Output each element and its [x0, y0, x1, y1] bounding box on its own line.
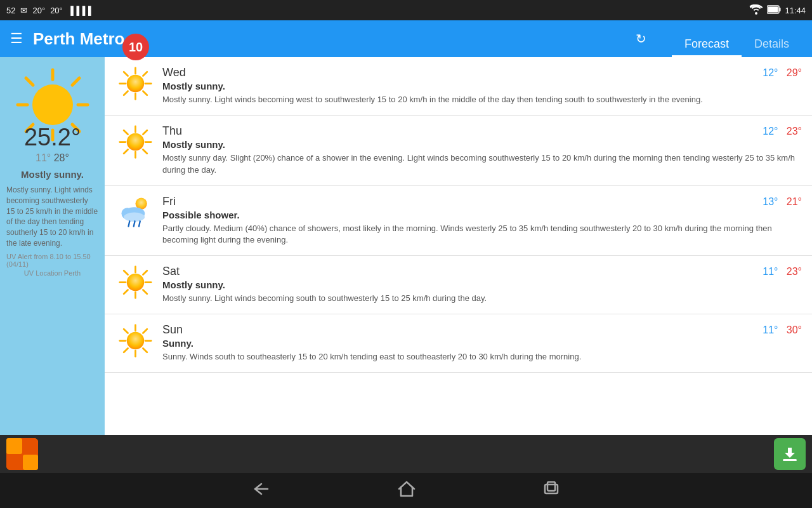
uv-badge: 10	[122, 34, 149, 60]
main-content: 10 25.2° 11° 28° Mostly sunny. Mostly su…	[0, 57, 812, 435]
forecast-list: Wed 12° 29° Mostly sunny. Mostly sunny. …	[105, 57, 812, 435]
svg-line-26	[143, 149, 147, 153]
wifi-icon	[749, 4, 763, 17]
forecast-day-label: Sun	[162, 323, 183, 337]
tab-details[interactable]: Details	[742, 37, 802, 57]
forecast-weather-icon	[118, 124, 153, 162]
forecast-title: Sunny.	[162, 338, 802, 349]
current-high-temp: 28°	[54, 152, 69, 163]
forecast-weather-icon	[118, 323, 153, 361]
forecast-temps: 12° 23°	[763, 126, 802, 137]
svg-line-44	[143, 271, 147, 274]
forecast-day-label: Wed	[162, 66, 186, 79]
svg-rect-2	[768, 6, 778, 12]
forecast-temps: 11° 23°	[763, 266, 802, 277]
forecast-icon-wrap	[115, 265, 156, 302]
forecast-icon-wrap	[115, 66, 156, 104]
recents-button[interactable]	[542, 481, 560, 500]
forecast-item[interactable]: Wed 12° 29° Mostly sunny. Mostly sunny. …	[105, 57, 812, 116]
forecast-title: Mostly sunny.	[162, 279, 802, 290]
svg-line-52	[143, 348, 147, 352]
svg-point-55	[127, 332, 145, 350]
svg-line-27	[143, 130, 147, 134]
svg-line-42	[124, 271, 128, 274]
refresh-icon[interactable]: ↻	[636, 31, 646, 46]
menu-icon[interactable]: ☰	[10, 30, 23, 47]
forecast-description: Mostly sunny day. Slight (20%) chance of…	[162, 152, 802, 177]
status-bars-icon: ▐▐▐▐	[68, 6, 91, 15]
forecast-body: Wed 12° 29° Mostly sunny. Mostly sunny. …	[156, 66, 802, 106]
forecast-item[interactable]: Sat 11° 23° Mostly sunny. Mostly sunny. …	[105, 256, 812, 314]
battery-icon	[767, 5, 781, 16]
forecast-day-row: Wed 12° 29°	[162, 66, 802, 79]
svg-line-37	[139, 221, 140, 226]
forecast-temps: 11° 30°	[763, 324, 802, 336]
status-notifications: 52	[6, 6, 15, 15]
forecast-high: 21°	[787, 196, 802, 207]
forecast-body: Fri 13° 21° Possible shower. Partly clou…	[156, 195, 802, 247]
forecast-low: 11°	[763, 324, 778, 335]
forecast-low: 12°	[763, 67, 778, 78]
forecast-weather-icon	[118, 66, 153, 104]
header-tabs: Forecast Details	[672, 20, 802, 57]
forecast-day-row: Thu 12° 23°	[162, 124, 802, 138]
tab-forecast[interactable]: Forecast	[672, 37, 742, 57]
svg-rect-58	[23, 455, 38, 470]
forecast-temps: 13° 21°	[763, 196, 802, 208]
android-nav-bar	[0, 473, 812, 508]
svg-line-9	[72, 78, 79, 85]
svg-line-16	[124, 72, 128, 76]
svg-line-53	[143, 329, 147, 333]
status-temp2: 20°	[50, 6, 63, 15]
forecast-title: Possible shower.	[162, 210, 802, 220]
taskbar	[0, 435, 812, 473]
svg-line-45	[124, 290, 128, 294]
svg-line-25	[124, 130, 128, 134]
forecast-day-row: Sat 11° 23°	[162, 265, 802, 278]
forecast-low: 11°	[763, 266, 778, 277]
svg-line-51	[124, 329, 128, 333]
current-low-temp: 11°	[36, 152, 51, 163]
svg-line-28	[124, 149, 128, 153]
download-button[interactable]	[774, 438, 806, 470]
forecast-body: Sun 11° 30° Sunny. Sunny. Winds south to…	[156, 323, 802, 363]
forecast-high: 23°	[787, 126, 802, 137]
status-left: 52 ✉ 20° 20° ▐▐▐▐	[6, 6, 91, 15]
forecast-icon-wrap	[115, 124, 156, 162]
forecast-body: Thu 12° 23° Mostly sunny. Mostly sunny d…	[156, 124, 802, 177]
forecast-title: Mostly sunny.	[162, 139, 802, 150]
status-temp1: 20°	[32, 6, 45, 15]
svg-point-46	[127, 274, 145, 291]
forecast-weather-icon	[118, 195, 153, 232]
forecast-body: Sat 11° 23° Mostly sunny. Mostly sunny. …	[156, 265, 802, 305]
svg-line-18	[143, 72, 147, 76]
svg-rect-1	[780, 8, 781, 11]
current-temperature: 25.2°	[24, 124, 81, 151]
svg-rect-57	[6, 438, 22, 454]
svg-line-35	[129, 221, 130, 226]
status-time: 11:44	[785, 6, 806, 15]
svg-line-43	[143, 290, 147, 294]
uv-alert-text: UV Alert from 8.10 to 15.50 (04/11)	[6, 253, 98, 268]
taskbar-app-icon[interactable]	[6, 438, 38, 470]
svg-point-11	[32, 84, 73, 125]
forecast-low: 12°	[763, 126, 778, 137]
forecast-day-label: Sat	[162, 265, 180, 278]
svg-point-29	[127, 133, 145, 151]
forecast-day-label: Fri	[162, 195, 176, 208]
forecast-item[interactable]: Thu 12° 23° Mostly sunny. Mostly sunny d…	[105, 116, 812, 186]
back-button[interactable]	[252, 481, 271, 500]
svg-line-7	[26, 78, 33, 85]
forecast-high: 29°	[787, 67, 802, 78]
forecast-temps: 12° 29°	[763, 67, 802, 79]
forecast-item[interactable]: Fri 13° 21° Possible shower. Partly clou…	[105, 186, 812, 257]
status-email-icon: ✉	[20, 6, 27, 15]
svg-line-19	[124, 91, 128, 95]
forecast-day-label: Thu	[162, 124, 182, 138]
forecast-description: Mostly sunny. Light winds becoming south…	[162, 293, 802, 305]
app-header: ☰ Perth Metro ↻ Forecast Details	[0, 20, 812, 57]
current-temp-range: 11° 28°	[36, 152, 69, 164]
forecast-icon-wrap	[115, 195, 156, 232]
forecast-item[interactable]: Sun 11° 30° Sunny. Sunny. Winds south to…	[105, 314, 812, 373]
home-button[interactable]	[398, 481, 416, 501]
